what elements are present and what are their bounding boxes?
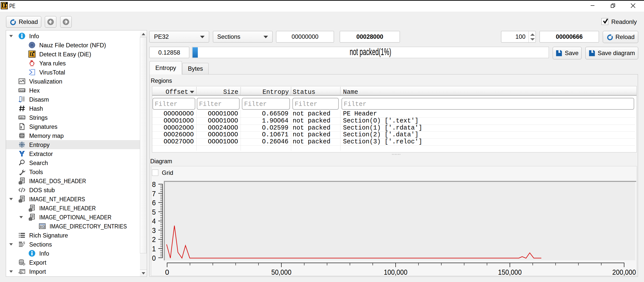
svg-text:abc: abc <box>20 116 24 119</box>
svg-text:0: 0 <box>165 268 169 276</box>
svg-text:5: 5 <box>152 208 156 216</box>
svg-text:150,000: 150,000 <box>498 268 522 276</box>
svg-text:6: 6 <box>152 198 156 207</box>
svg-text:7: 7 <box>152 189 156 198</box>
svg-text:1: 1 <box>152 245 156 253</box>
svg-text:4: 4 <box>152 217 156 225</box>
svg-text:2: 2 <box>152 235 156 244</box>
svg-text:50,000: 50,000 <box>271 268 291 276</box>
svg-text:0: 0 <box>152 254 156 262</box>
svg-text:e: e <box>32 53 34 57</box>
svg-text:3: 3 <box>152 226 156 234</box>
svg-text:100,000: 100,000 <box>384 268 407 276</box>
svg-text:0101: 0101 <box>20 90 25 92</box>
svg-text:200,000: 200,000 <box>612 268 636 276</box>
svg-text:8: 8 <box>152 180 156 188</box>
